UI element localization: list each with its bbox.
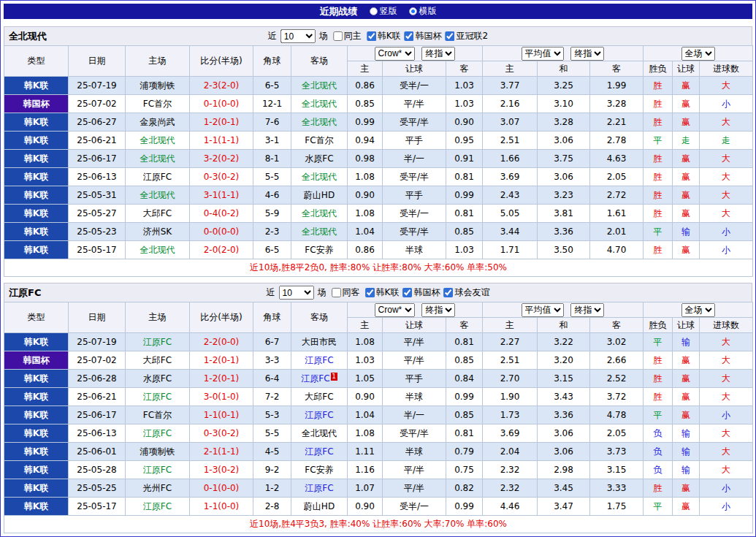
corner-cell: 3-3	[253, 351, 291, 370]
odds-index-select[interactable]: 终指	[421, 47, 455, 61]
asian-away-odds-cell: 0.81	[446, 333, 483, 351]
handicap-result-cell: 赢	[673, 241, 700, 259]
date-cell: 25-07-02	[69, 95, 126, 113]
sections-container: 全北现代 近 10 场 同主 韩K联韩国杯亚冠联2 类型	[4, 26, 752, 533]
asian-home-odds-cell: 0.90	[348, 186, 383, 205]
team-name: 蔚山HD	[304, 501, 335, 511]
same-venue-checkbox[interactable]: 同主	[333, 30, 362, 42]
corner-cell: 3-1	[253, 132, 291, 150]
league-checkbox-input[interactable]	[405, 31, 414, 41]
team-name: 全北现代	[140, 135, 175, 145]
league-filter-checkbox[interactable]: 亚冠联2	[446, 30, 489, 42]
league-filter-checkbox[interactable]: 韩K联	[367, 30, 401, 42]
odds-company-select[interactable]: Crow*	[375, 47, 415, 61]
wdl-cell: 胜	[644, 370, 673, 388]
asian-home-odds-cell: 1.16	[348, 461, 383, 479]
handicap-result-cell: 赢	[673, 205, 700, 223]
asian-away-odds-cell: 1.03	[446, 241, 483, 259]
europe-away-cell: 4.63	[590, 150, 644, 168]
wdl-cell: 负	[644, 461, 673, 479]
corner-cell: 2-3	[253, 223, 291, 241]
col-odds-away: 客	[446, 61, 483, 77]
match-row: 韩K联25-07-19江原FC2-2(0-0)6-7大田市民1.08平/半0.8…	[4, 333, 753, 351]
asian-odds-group: Crow* 终指	[348, 302, 483, 318]
match-row: 韩K联25-05-17江原FC1-1(0-0)2-8蔚山HD0.90受半/一0.…	[4, 498, 753, 516]
league-filter-checkbox[interactable]: 韩国杯	[402, 286, 440, 299]
away-team-cell: 全北现代	[291, 424, 348, 443]
league-type-cell: 韩K联	[4, 443, 69, 461]
europe-index-select[interactable]: 终指	[570, 303, 604, 317]
league-type-cell: 韩K联	[4, 406, 69, 424]
handicap-cell: 平手	[383, 132, 446, 150]
match-row: 韩K联25-06-13江原FC0-3(0-2)5-5全北现代1.08受平/半0.…	[4, 168, 753, 186]
league-checkbox-input[interactable]	[402, 288, 412, 297]
wdl-cell: 负	[644, 424, 673, 443]
same-venue-checkbox-input[interactable]	[333, 31, 343, 41]
league-filter-checkbox[interactable]: 韩K联	[365, 286, 400, 299]
view-vertical-radio[interactable]: 竖版	[370, 5, 397, 18]
team-name: 大邱FC	[305, 392, 333, 402]
same-venue-checkbox[interactable]: 同客	[332, 286, 360, 299]
wdl-cell: 胜	[644, 150, 673, 168]
europe-away-cell: 2.72	[590, 186, 644, 205]
odds-index-select[interactable]: 终指	[421, 303, 455, 317]
league-filters: 韩K联韩国杯球会友谊	[362, 286, 490, 300]
score-cell: 0-0(0-0)	[190, 223, 253, 241]
col-type: 类型	[4, 302, 69, 333]
league-type-cell: 韩国杯	[4, 95, 69, 113]
away-team-cell: 江原FC	[291, 406, 348, 424]
result-scope-select[interactable]: 全场	[681, 303, 715, 317]
corner-cell: 5-3	[253, 406, 291, 424]
league-checkbox-input[interactable]	[365, 288, 375, 297]
europe-away-cell: 1.61	[590, 205, 644, 223]
same-venue-checkbox-input[interactable]	[332, 288, 341, 297]
corner-cell: 9-2	[253, 461, 291, 479]
asian-away-odds-cell: 0.95	[446, 132, 483, 150]
corner-cell: 12-1	[253, 95, 291, 113]
league-checkbox-input[interactable]	[446, 31, 455, 41]
team-name: 江原FC	[143, 465, 172, 475]
games-count-select[interactable]: 10	[280, 29, 316, 43]
match-row: 韩K联25-07-19浦项制铁2-3(2-0)6-5全北现代0.86受半/一1.…	[4, 77, 753, 95]
europe-company-select[interactable]: 平均值	[522, 47, 564, 61]
europe-draw-cell: 3.75	[538, 150, 590, 168]
match-row: 韩K联25-05-28江原FC1-3(0-2)9-2FC安养1.16平/半0.7…	[4, 461, 753, 479]
odds-company-select[interactable]: Crow*	[375, 303, 415, 317]
score-cell: 2-3(2-0)	[190, 77, 253, 95]
date-cell: 25-05-25	[69, 479, 126, 498]
handicap-cell: 受平/半	[383, 113, 446, 132]
goals-result-cell: 大	[700, 150, 753, 168]
home-team-cell: FC首尔	[126, 95, 190, 113]
league-checkbox-input[interactable]	[367, 31, 376, 41]
team-name: 全北现代	[140, 245, 175, 255]
league-filter-checkbox[interactable]: 球会友谊	[443, 286, 489, 299]
team-name: 大田市民	[302, 337, 337, 347]
league-checkbox-input[interactable]	[443, 288, 453, 297]
goals-result-cell: 大	[700, 351, 753, 370]
away-team-cell: 全北现代	[291, 223, 348, 241]
league-label: 韩国杯	[413, 286, 440, 299]
games-count-select[interactable]: 10	[279, 286, 314, 300]
result-scope-select[interactable]: 全场	[681, 47, 715, 61]
handicap-result-cell: 赢	[673, 351, 700, 370]
handicap-cell: 受平/半	[383, 424, 446, 443]
europe-home-cell: 2.51	[483, 132, 538, 150]
match-row: 韩K联25-05-31全北现代3-1(1-1)4-6蔚山HD0.90平手0.99…	[4, 186, 753, 205]
header-group-row: 类型 日期 主场 比分(半场) 角球 客场 Crow* 终指 平均值 终指	[4, 302, 753, 318]
handicap-cell: 半球	[383, 443, 446, 461]
home-team-cell: FC首尔	[126, 406, 190, 424]
away-team-cell: FC首尔	[291, 132, 348, 150]
europe-company-select[interactable]: 平均值	[522, 303, 564, 317]
handicap-cell: 平/半	[383, 479, 446, 498]
view-horizontal-radio[interactable]: 横版	[409, 5, 437, 18]
goals-result-cell: 大	[700, 424, 753, 443]
goals-result-cell: 小	[700, 95, 753, 113]
europe-draw-cell: 3.23	[538, 186, 590, 205]
asian-away-odds-cell: 0.99	[446, 186, 483, 205]
europe-home-cell: 2.32	[483, 479, 538, 498]
date-cell: 25-06-27	[69, 113, 126, 132]
europe-draw-cell: 3.81	[538, 205, 590, 223]
goals-result-cell: 大	[700, 461, 753, 479]
europe-index-select[interactable]: 终指	[570, 47, 604, 61]
league-filter-checkbox[interactable]: 韩国杯	[405, 30, 442, 42]
